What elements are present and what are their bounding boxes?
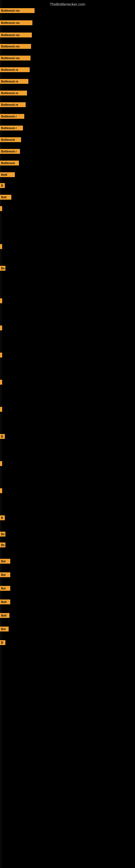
bar-item: Bo — [0, 542, 5, 547]
bar-label: Bottleneck — [0, 161, 19, 165]
bar-item: B — [0, 516, 5, 520]
bar-item: Bottleneck res — [0, 56, 31, 61]
bar-label: Bottleneck re — [0, 102, 26, 107]
bar-item: Bottleneck re — [0, 79, 28, 84]
bar-item — [0, 488, 2, 493]
bar-item: Bott — [0, 599, 10, 604]
bar-item: Bottleneck res — [0, 33, 32, 37]
bar-item: B — [0, 640, 5, 645]
bar-item — [0, 326, 2, 330]
bar-item: Bot — [0, 586, 10, 591]
bar-item: Bottleneck res — [0, 8, 35, 13]
bar-label: Bottleneck re — [0, 91, 27, 95]
bar-item: Bottleneck — [0, 161, 19, 165]
bar-label: Bottleneck r — [0, 149, 20, 154]
bar-item: Bottleneck r — [0, 126, 23, 130]
bar-label: Bot — [0, 572, 10, 577]
bar-label: Bo — [0, 532, 5, 536]
bar-label: Bott — [0, 195, 11, 199]
bar-item: Bott — [0, 613, 9, 618]
site-title: TheBottlenecker.com — [0, 0, 135, 9]
bar-item — [0, 407, 2, 412]
bar-item — [0, 380, 2, 384]
bar-item — [0, 244, 2, 249]
bar-label: Bo — [0, 266, 5, 271]
bar-label: Bo — [0, 542, 5, 547]
bar-item: Bottleneck r — [0, 114, 24, 119]
bar-item: B — [0, 434, 5, 439]
bar-label: Bottleneck res — [0, 33, 32, 37]
bar-label: B — [0, 434, 5, 439]
bar-item — [0, 206, 2, 211]
bar-item: Bottl — [0, 172, 15, 177]
bar-label: Bottleneck res — [0, 44, 31, 49]
bar-item: Bott — [0, 195, 11, 199]
bar-item: Bot — [0, 572, 10, 577]
bar-item: Bottleneck — [0, 137, 21, 142]
bar-label: Bottleneck res — [0, 8, 35, 13]
bar-label: B — [0, 183, 5, 188]
bar-label: Bottleneck re — [0, 79, 28, 84]
bar-label — [0, 206, 2, 211]
bar-item — [0, 461, 2, 466]
bar-label: B — [0, 516, 5, 520]
bar-label — [0, 244, 2, 249]
bar-item: Bottleneck re — [0, 102, 26, 107]
bar-item: Bottleneck r — [0, 149, 20, 154]
bar-label: Bottleneck re — [0, 67, 30, 72]
bar-item: B — [0, 183, 5, 188]
bar-label: Bott — [0, 613, 9, 618]
bar-label — [0, 407, 2, 412]
bar-item: Bot — [0, 559, 10, 564]
bar-label: Bot — [0, 559, 10, 564]
bar-label — [0, 352, 2, 358]
bar-label — [0, 299, 2, 303]
bar-label: Bottl — [0, 172, 15, 177]
bar-item: Bottleneck res — [0, 20, 32, 25]
bar-item: Bot — [0, 627, 9, 631]
bar-label: Bot — [0, 586, 10, 591]
bar-item — [0, 352, 2, 358]
bar-item: Bo — [0, 532, 5, 536]
bar-label: B — [0, 640, 5, 645]
bar-item — [0, 299, 2, 303]
bar-label: Bot — [0, 627, 9, 631]
bar-item: Bottleneck re — [0, 67, 30, 72]
bar-item: Bottleneck re — [0, 91, 27, 95]
bar-label: Bottleneck r — [0, 126, 23, 130]
bar-label — [0, 380, 2, 384]
bar-label: Bottleneck — [0, 137, 21, 142]
bar-item: Bottleneck res — [0, 44, 31, 49]
bar-label — [0, 326, 2, 330]
bar-label: Bottleneck r — [0, 114, 24, 119]
bar-item: Bo — [0, 266, 5, 271]
bar-label: Bott — [0, 599, 10, 604]
bar-label: Bottleneck res — [0, 56, 31, 61]
bar-label — [0, 488, 2, 493]
bar-label — [0, 461, 2, 466]
bar-label: Bottleneck res — [0, 20, 32, 25]
